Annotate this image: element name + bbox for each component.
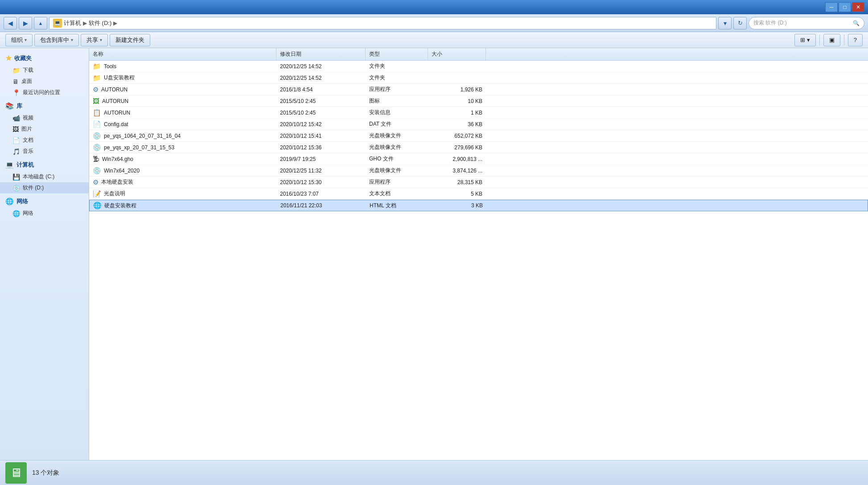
favorites-header[interactable]: ★ 收藏夹 bbox=[0, 52, 89, 65]
drive-d-icon: 💿 bbox=[12, 185, 20, 192]
file-icon: 🖼 bbox=[93, 97, 99, 105]
table-row[interactable]: 📁 U盘安装教程 2020/12/25 14:52 文件夹 bbox=[89, 72, 868, 84]
col-header-size[interactable]: 大小 bbox=[428, 48, 486, 60]
back-button[interactable]: ◀ bbox=[4, 17, 17, 29]
file-name: Win7x64.gho bbox=[102, 156, 133, 162]
library-folder-icon: 📚 bbox=[5, 102, 14, 110]
network-sm-icon: 🌐 bbox=[12, 210, 20, 217]
table-row[interactable]: 🖼 AUTORUN 2015/5/10 2:45 图标 10 KB bbox=[89, 95, 868, 107]
main-content: ★ 收藏夹 📁 下载 🖥 桌面 📍 最近访问的位置 📚 库 � bbox=[0, 48, 868, 460]
file-type-cell: 光盘映像文件 bbox=[366, 130, 428, 141]
maximize-button[interactable]: □ bbox=[839, 2, 851, 12]
file-name-cell: ⚙ AUTORUN bbox=[89, 84, 276, 95]
table-row[interactable]: ⚙ 本地硬盘安装 2020/10/12 15:30 应用程序 28,315 KB bbox=[89, 177, 868, 188]
file-date-cell: 2015/5/10 2:45 bbox=[276, 95, 366, 107]
add-to-library-label: 包含到库中 bbox=[40, 36, 69, 44]
file-icon: ⚙ bbox=[93, 86, 99, 94]
address-path[interactable]: 💻 计算机 ▶ 软件 (D:) ▶ bbox=[49, 17, 716, 29]
file-name: Win7x64_2020 bbox=[104, 168, 140, 174]
up-button[interactable]: ▲ bbox=[34, 17, 47, 29]
library-header[interactable]: 📚 库 bbox=[0, 100, 89, 112]
file-name-cell: 💿 pe_yqs_xp_20_07_31_15_53 bbox=[89, 142, 276, 153]
file-type-cell: GHO 文件 bbox=[366, 153, 428, 164]
table-row[interactable]: 🗜 Win7x64.gho 2019/9/7 19:25 GHO 文件 2,90… bbox=[89, 153, 868, 165]
file-name-cell: 💿 Win7x64_2020 bbox=[89, 165, 276, 176]
file-size-cell: 652,072 KB bbox=[428, 130, 486, 141]
sidebar-item-documents[interactable]: 📄 文档 bbox=[0, 135, 89, 146]
share-arrow: ▾ bbox=[100, 37, 102, 42]
favorites-section: ★ 收藏夹 📁 下载 🖥 桌面 📍 最近访问的位置 bbox=[0, 52, 89, 98]
file-name: 本地硬盘安装 bbox=[101, 178, 133, 186]
network-header[interactable]: 🌐 网络 bbox=[0, 195, 89, 208]
sidebar-item-pictures[interactable]: 🖼 图片 bbox=[0, 123, 89, 135]
file-icon: 📝 bbox=[93, 190, 101, 198]
favorites-star-icon: ★ bbox=[5, 54, 12, 62]
column-headers: 名称 修改日期 类型 大小 bbox=[89, 48, 868, 61]
file-name: AUTORUN bbox=[101, 86, 128, 93]
sidebar-item-downloads[interactable]: 📁 下载 bbox=[0, 65, 89, 76]
help-button[interactable]: ? bbox=[848, 34, 863, 46]
computer-header[interactable]: 💻 计算机 bbox=[0, 159, 89, 171]
toolbar-separator2 bbox=[844, 35, 844, 45]
sidebar-item-desktop[interactable]: 🖥 桌面 bbox=[0, 76, 89, 87]
table-row[interactable]: 💿 pe_yqs_xp_20_07_31_15_53 2020/10/12 15… bbox=[89, 142, 868, 153]
new-folder-button[interactable]: 新建文件夹 bbox=[110, 34, 150, 46]
desktop-icon: 🖥 bbox=[12, 78, 19, 85]
col-type-label: 类型 bbox=[369, 50, 380, 58]
share-label: 共享 bbox=[86, 36, 98, 44]
sidebar-item-music[interactable]: 🎵 音乐 bbox=[0, 146, 89, 157]
drive-c-label: 本地磁盘 (C:) bbox=[23, 173, 54, 181]
sidebar-item-drive-c[interactable]: 💾 本地磁盘 (C:) bbox=[0, 171, 89, 182]
organize-button[interactable]: 组织 ▾ bbox=[5, 34, 33, 46]
file-type-cell: 光盘映像文件 bbox=[366, 142, 428, 153]
address-dropdown-button[interactable]: ▾ bbox=[718, 17, 732, 29]
preview-pane-button[interactable]: ▣ bbox=[823, 34, 840, 46]
table-row[interactable]: 📁 Tools 2020/12/25 14:52 文件夹 bbox=[89, 61, 868, 72]
file-icon: 💿 bbox=[93, 167, 101, 175]
file-icon: 💿 bbox=[93, 132, 101, 140]
sidebar-item-recent[interactable]: 📍 最近访问的位置 bbox=[0, 87, 89, 98]
col-header-type[interactable]: 类型 bbox=[366, 48, 428, 60]
file-name: pe_yqs_xp_20_07_31_15_53 bbox=[104, 144, 174, 151]
share-button[interactable]: 共享 ▾ bbox=[81, 34, 108, 46]
table-row[interactable]: ⚙ AUTORUN 2016/1/8 4:54 应用程序 1,926 KB bbox=[89, 84, 868, 95]
col-size-label: 大小 bbox=[432, 50, 442, 58]
toolbar: 组织 ▾ 包含到库中 ▾ 共享 ▾ 新建文件夹 ⊞ ▾ ▣ ? bbox=[0, 32, 868, 48]
table-row[interactable]: 💿 pe_yqs_1064_20_07_31_16_04 2020/10/12 … bbox=[89, 130, 868, 142]
file-icon: 🌐 bbox=[93, 201, 102, 210]
file-size-cell: 1 KB bbox=[428, 107, 486, 118]
table-row[interactable]: 📄 Config.dat 2020/10/12 15:42 DAT 文件 36 … bbox=[89, 119, 868, 130]
col-header-date[interactable]: 修改日期 bbox=[276, 48, 366, 60]
music-icon: 🎵 bbox=[12, 148, 20, 155]
sidebar-item-network[interactable]: 🌐 网络 bbox=[0, 208, 89, 219]
file-area: 名称 修改日期 类型 大小 📁 Tools 2020/12/25 14:52 文… bbox=[89, 48, 868, 460]
minimize-button[interactable]: ─ bbox=[825, 2, 838, 12]
file-icon: ⚙ bbox=[93, 178, 99, 186]
toolbar-separator bbox=[819, 35, 820, 45]
refresh-button[interactable]: ↻ bbox=[733, 17, 747, 29]
views-button[interactable]: ⊞ ▾ bbox=[794, 34, 816, 46]
sidebar-item-video[interactable]: 📹 视频 bbox=[0, 112, 89, 123]
file-size-cell: 279,696 KB bbox=[428, 142, 486, 153]
toolbar-right: ⊞ ▾ ▣ ? bbox=[794, 34, 863, 46]
recent-icon: 📍 bbox=[12, 89, 20, 96]
library-label: 库 bbox=[16, 102, 22, 110]
sidebar-item-drive-d[interactable]: 💿 软件 (D:) bbox=[0, 182, 89, 193]
table-row[interactable]: 📝 光盘说明 2016/10/23 7:07 文本文档 5 KB bbox=[89, 188, 868, 200]
video-icon: 📹 bbox=[12, 115, 20, 122]
documents-icon: 📄 bbox=[12, 137, 20, 144]
file-name: U盘安装教程 bbox=[104, 74, 135, 82]
file-name: Config.dat bbox=[104, 121, 128, 127]
close-button[interactable]: ✕ bbox=[852, 2, 864, 12]
forward-button[interactable]: ▶ bbox=[19, 17, 32, 29]
add-to-library-button[interactable]: 包含到库中 ▾ bbox=[34, 34, 79, 46]
network-item-label: 网络 bbox=[23, 210, 33, 217]
addressbar: ◀ ▶ ▲ 💻 计算机 ▶ 软件 (D:) ▶ ▾ ↻ 搜索 软件 (D:) 🔍 bbox=[0, 14, 868, 32]
table-row[interactable]: 💿 Win7x64_2020 2020/12/25 11:32 光盘映像文件 3… bbox=[89, 165, 868, 177]
search-box[interactable]: 搜索 软件 (D:) 🔍 bbox=[749, 17, 864, 29]
table-row[interactable]: 📋 AUTORUN 2015/5/10 2:45 安装信息 1 KB bbox=[89, 107, 868, 119]
file-date-cell: 2016/10/23 7:07 bbox=[276, 188, 366, 199]
file-name: 硬盘安装教程 bbox=[104, 202, 136, 210]
col-header-name[interactable]: 名称 bbox=[89, 48, 276, 60]
table-row[interactable]: 🌐 硬盘安装教程 2016/11/21 22:03 HTML 文档 3 KB bbox=[89, 200, 868, 211]
